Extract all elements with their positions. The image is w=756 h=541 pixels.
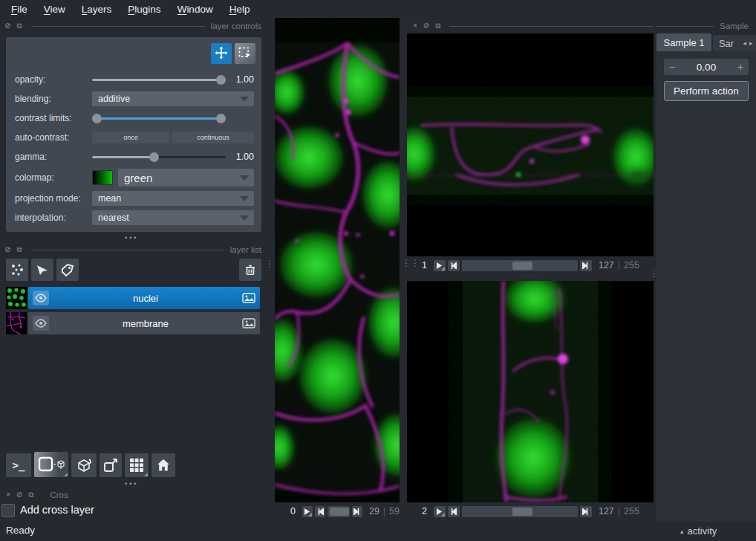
visibility-toggle[interactable] — [33, 316, 49, 331]
spin-plus-button[interactable]: + — [732, 61, 749, 73]
once-button[interactable]: once — [92, 132, 169, 143]
menu-window[interactable]: Window — [169, 1, 221, 17]
titlebar-line — [656, 26, 714, 27]
colormap-value: green — [118, 172, 152, 184]
value-spinbox[interactable]: − 0.00 + — [664, 59, 749, 75]
dim-slider-handle[interactable] — [330, 508, 349, 516]
dim-index: 1 — [422, 260, 427, 270]
spin-minus-button[interactable]: − — [664, 61, 680, 73]
layer-list-titlebar: ⊘ ⧉ layer list — [4, 244, 261, 256]
tab-sample-2[interactable]: Sar — [713, 35, 740, 51]
close-icon[interactable]: × — [413, 22, 417, 30]
resize-grip[interactable]: ••• — [125, 234, 138, 242]
float-dock-icon[interactable]: ⧉ — [16, 246, 22, 253]
new-points-layer-button[interactable] — [6, 259, 28, 281]
close-icon[interactable]: × — [6, 491, 10, 499]
step-back-button[interactable] — [315, 506, 325, 517]
perform-action-button[interactable]: Perform action — [664, 81, 749, 101]
hide-dock-icon[interactable]: ⊘ — [4, 22, 10, 30]
activity-label: activity — [688, 525, 717, 537]
grid-view-button[interactable] — [125, 453, 149, 477]
opacity-slider[interactable] — [92, 74, 226, 85]
hide-dock-icon[interactable]: ⊘ — [423, 22, 429, 30]
layer-row-nuclei[interactable]: nuclei — [6, 287, 260, 309]
hide-dock-icon[interactable]: ⊘ — [4, 246, 10, 253]
image-layer-icon — [242, 293, 255, 303]
cross-views-titlebar: × ⊘ ⧉ — [413, 20, 654, 32]
step-forward-button[interactable] — [352, 506, 362, 517]
continuous-button[interactable]: continuous — [172, 132, 254, 143]
tab-sample-1[interactable]: Sample 1 — [656, 33, 711, 51]
contrast-limits-range-slider[interactable] — [92, 113, 226, 123]
menu-view[interactable]: View — [36, 1, 74, 17]
roll-cube-icon — [75, 456, 93, 474]
dim-slider[interactable] — [462, 260, 578, 271]
hide-dock-icon[interactable]: ⊘ — [16, 491, 22, 499]
dim-slider-handle[interactable] — [512, 262, 532, 270]
splitter-grip[interactable]: ······ — [520, 272, 538, 279]
contrast-limits-row: contrast limits: — [15, 108, 254, 128]
float-dock-icon[interactable]: ⧉ — [28, 491, 33, 499]
new-shapes-layer-button[interactable] — [31, 259, 53, 281]
current-frame: 127 — [599, 506, 614, 516]
transform-button[interactable] — [235, 43, 255, 64]
resize-grip[interactable]: ••• — [125, 480, 138, 487]
gamma-label: gamma: — [15, 152, 92, 162]
dim-slider[interactable] — [328, 506, 350, 517]
step-back-button[interactable] — [448, 506, 460, 517]
sample-tab-bar: Sample 1 Sar ◂ ▸ — [656, 33, 756, 51]
contrast-min-handle[interactable] — [92, 114, 102, 123]
activity-button[interactable]: ▴ activity — [680, 525, 717, 537]
blending-dropdown[interactable]: additive — [92, 91, 254, 106]
layer-row-membrane[interactable]: membrane — [6, 312, 260, 334]
transpose-dimensions-button[interactable] — [100, 453, 122, 477]
step-back-button[interactable] — [448, 260, 460, 271]
transpose-icon — [102, 457, 119, 473]
dim-slider-handle[interactable] — [512, 508, 532, 516]
menu-layers[interactable]: Layers — [74, 1, 120, 17]
xz-view-canvas[interactable] — [407, 33, 654, 256]
contrast-max-handle[interactable] — [216, 114, 226, 123]
main-canvas[interactable] — [275, 18, 400, 502]
dock-splitter-handle[interactable]: ⋮⋮ — [402, 262, 420, 265]
float-dock-icon[interactable]: ⧉ — [435, 22, 440, 30]
menu-help[interactable]: Help — [221, 1, 258, 17]
console-button[interactable]: >_ — [6, 453, 31, 477]
gamma-row: gamma: 1.00 — [15, 147, 254, 166]
new-labels-layer-button[interactable] — [56, 259, 79, 281]
interpolation-dropdown[interactable]: nearest — [92, 210, 254, 225]
auto-contrast-label: auto-contrast: — [15, 132, 92, 143]
menu-bar: File View Layers Plugins Window Help — [0, 0, 756, 18]
interpolation-row: interpolation: nearest — [15, 208, 254, 227]
pan-zoom-button[interactable] — [211, 43, 232, 64]
step-forward-button[interactable] — [580, 506, 592, 517]
play-button[interactable] — [434, 260, 446, 271]
roll-dimensions-button[interactable] — [71, 453, 97, 477]
projection-mode-dropdown[interactable]: mean — [92, 191, 254, 206]
opacity-slider-handle[interactable] — [216, 75, 226, 85]
colormap-dropdown[interactable]: green — [118, 169, 254, 187]
gamma-slider-handle[interactable] — [149, 152, 159, 162]
home-icon — [156, 458, 171, 473]
ndisplay-toggle-button[interactable] — [34, 452, 68, 477]
add-cross-layer-checkbox[interactable] — [1, 504, 15, 517]
delete-layer-button[interactable] — [239, 259, 261, 281]
play-button[interactable] — [302, 506, 313, 517]
menu-plugins[interactable]: Plugins — [120, 1, 169, 17]
tab-scroll-right-icon[interactable]: ▸ — [749, 39, 753, 47]
sample-titlebar: Sample — [656, 20, 749, 32]
titlebar-line — [31, 26, 205, 27]
layer-name: nuclei — [49, 293, 242, 304]
zy-view-canvas[interactable] — [407, 281, 654, 502]
menu-file[interactable]: File — [3, 1, 36, 17]
gamma-slider[interactable] — [92, 152, 226, 162]
step-forward-button[interactable] — [580, 260, 592, 271]
dim-slider[interactable] — [462, 506, 578, 517]
float-dock-icon[interactable]: ⧉ — [16, 22, 22, 30]
play-button[interactable] — [434, 506, 446, 517]
tab-scroll-left-icon[interactable]: ◂ — [743, 39, 746, 47]
visibility-toggle[interactable] — [33, 291, 49, 305]
nuclei-thumbnail — [6, 287, 27, 309]
home-button[interactable] — [151, 453, 175, 477]
chevron-down-icon — [240, 175, 249, 181]
